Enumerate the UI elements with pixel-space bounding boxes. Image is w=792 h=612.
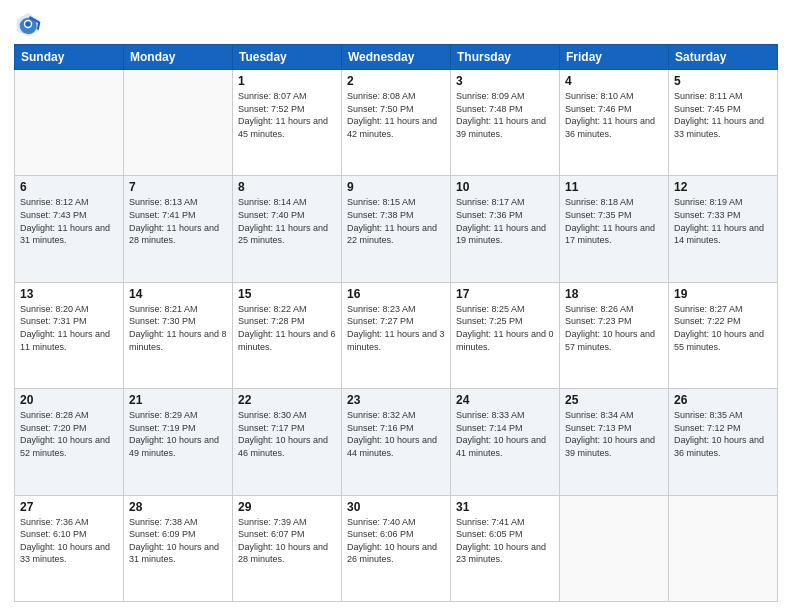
calendar-cell: 26Sunrise: 8:35 AM Sunset: 7:12 PM Dayli… — [669, 389, 778, 495]
day-number: 15 — [238, 287, 336, 301]
calendar-cell: 25Sunrise: 8:34 AM Sunset: 7:13 PM Dayli… — [560, 389, 669, 495]
day-number: 23 — [347, 393, 445, 407]
day-number: 9 — [347, 180, 445, 194]
weekday-header: Sunday — [15, 45, 124, 70]
calendar-cell: 6Sunrise: 8:12 AM Sunset: 7:43 PM Daylig… — [15, 176, 124, 282]
weekday-header-row: SundayMondayTuesdayWednesdayThursdayFrid… — [15, 45, 778, 70]
day-info: Sunrise: 8:13 AM Sunset: 7:41 PM Dayligh… — [129, 196, 227, 246]
day-info: Sunrise: 7:41 AM Sunset: 6:05 PM Dayligh… — [456, 516, 554, 566]
calendar-cell: 12Sunrise: 8:19 AM Sunset: 7:33 PM Dayli… — [669, 176, 778, 282]
calendar-cell: 1Sunrise: 8:07 AM Sunset: 7:52 PM Daylig… — [233, 70, 342, 176]
calendar-cell — [560, 495, 669, 601]
day-info: Sunrise: 8:32 AM Sunset: 7:16 PM Dayligh… — [347, 409, 445, 459]
day-info: Sunrise: 8:22 AM Sunset: 7:28 PM Dayligh… — [238, 303, 336, 353]
calendar-cell: 21Sunrise: 8:29 AM Sunset: 7:19 PM Dayli… — [124, 389, 233, 495]
day-number: 25 — [565, 393, 663, 407]
day-info: Sunrise: 8:28 AM Sunset: 7:20 PM Dayligh… — [20, 409, 118, 459]
day-number: 31 — [456, 500, 554, 514]
day-number: 8 — [238, 180, 336, 194]
day-info: Sunrise: 8:19 AM Sunset: 7:33 PM Dayligh… — [674, 196, 772, 246]
calendar-cell: 20Sunrise: 8:28 AM Sunset: 7:20 PM Dayli… — [15, 389, 124, 495]
day-number: 21 — [129, 393, 227, 407]
weekday-header: Friday — [560, 45, 669, 70]
day-number: 17 — [456, 287, 554, 301]
weekday-header: Tuesday — [233, 45, 342, 70]
day-number: 11 — [565, 180, 663, 194]
day-info: Sunrise: 8:07 AM Sunset: 7:52 PM Dayligh… — [238, 90, 336, 140]
calendar-week-row: 1Sunrise: 8:07 AM Sunset: 7:52 PM Daylig… — [15, 70, 778, 176]
day-info: Sunrise: 7:40 AM Sunset: 6:06 PM Dayligh… — [347, 516, 445, 566]
calendar-week-row: 6Sunrise: 8:12 AM Sunset: 7:43 PM Daylig… — [15, 176, 778, 282]
day-number: 16 — [347, 287, 445, 301]
calendar-cell: 15Sunrise: 8:22 AM Sunset: 7:28 PM Dayli… — [233, 282, 342, 388]
calendar-cell — [15, 70, 124, 176]
day-number: 4 — [565, 74, 663, 88]
day-info: Sunrise: 8:34 AM Sunset: 7:13 PM Dayligh… — [565, 409, 663, 459]
day-info: Sunrise: 8:10 AM Sunset: 7:46 PM Dayligh… — [565, 90, 663, 140]
calendar-cell: 3Sunrise: 8:09 AM Sunset: 7:48 PM Daylig… — [451, 70, 560, 176]
page: SundayMondayTuesdayWednesdayThursdayFrid… — [0, 0, 792, 612]
day-number: 27 — [20, 500, 118, 514]
calendar-week-row: 27Sunrise: 7:36 AM Sunset: 6:10 PM Dayli… — [15, 495, 778, 601]
day-info: Sunrise: 8:17 AM Sunset: 7:36 PM Dayligh… — [456, 196, 554, 246]
calendar-cell: 10Sunrise: 8:17 AM Sunset: 7:36 PM Dayli… — [451, 176, 560, 282]
day-info: Sunrise: 7:36 AM Sunset: 6:10 PM Dayligh… — [20, 516, 118, 566]
calendar-cell: 5Sunrise: 8:11 AM Sunset: 7:45 PM Daylig… — [669, 70, 778, 176]
calendar-cell: 27Sunrise: 7:36 AM Sunset: 6:10 PM Dayli… — [15, 495, 124, 601]
day-number: 19 — [674, 287, 772, 301]
weekday-header: Wednesday — [342, 45, 451, 70]
calendar-cell: 9Sunrise: 8:15 AM Sunset: 7:38 PM Daylig… — [342, 176, 451, 282]
day-info: Sunrise: 8:33 AM Sunset: 7:14 PM Dayligh… — [456, 409, 554, 459]
day-number: 18 — [565, 287, 663, 301]
logo-area — [14, 10, 44, 38]
day-info: Sunrise: 8:23 AM Sunset: 7:27 PM Dayligh… — [347, 303, 445, 353]
day-number: 2 — [347, 74, 445, 88]
generalblue-logo-icon — [14, 10, 42, 38]
day-info: Sunrise: 8:27 AM Sunset: 7:22 PM Dayligh… — [674, 303, 772, 353]
calendar-cell: 31Sunrise: 7:41 AM Sunset: 6:05 PM Dayli… — [451, 495, 560, 601]
day-info: Sunrise: 8:35 AM Sunset: 7:12 PM Dayligh… — [674, 409, 772, 459]
day-number: 10 — [456, 180, 554, 194]
day-info: Sunrise: 7:38 AM Sunset: 6:09 PM Dayligh… — [129, 516, 227, 566]
calendar-cell: 7Sunrise: 8:13 AM Sunset: 7:41 PM Daylig… — [124, 176, 233, 282]
calendar-cell — [124, 70, 233, 176]
calendar-cell: 13Sunrise: 8:20 AM Sunset: 7:31 PM Dayli… — [15, 282, 124, 388]
day-info: Sunrise: 8:25 AM Sunset: 7:25 PM Dayligh… — [456, 303, 554, 353]
calendar-cell: 19Sunrise: 8:27 AM Sunset: 7:22 PM Dayli… — [669, 282, 778, 388]
day-number: 20 — [20, 393, 118, 407]
calendar-cell: 14Sunrise: 8:21 AM Sunset: 7:30 PM Dayli… — [124, 282, 233, 388]
calendar-cell: 4Sunrise: 8:10 AM Sunset: 7:46 PM Daylig… — [560, 70, 669, 176]
day-info: Sunrise: 8:15 AM Sunset: 7:38 PM Dayligh… — [347, 196, 445, 246]
day-info: Sunrise: 8:12 AM Sunset: 7:43 PM Dayligh… — [20, 196, 118, 246]
header — [14, 10, 778, 38]
day-info: Sunrise: 7:39 AM Sunset: 6:07 PM Dayligh… — [238, 516, 336, 566]
weekday-header: Saturday — [669, 45, 778, 70]
calendar-cell: 24Sunrise: 8:33 AM Sunset: 7:14 PM Dayli… — [451, 389, 560, 495]
day-number: 29 — [238, 500, 336, 514]
calendar-cell: 16Sunrise: 8:23 AM Sunset: 7:27 PM Dayli… — [342, 282, 451, 388]
calendar-cell: 11Sunrise: 8:18 AM Sunset: 7:35 PM Dayli… — [560, 176, 669, 282]
weekday-header: Monday — [124, 45, 233, 70]
day-info: Sunrise: 8:14 AM Sunset: 7:40 PM Dayligh… — [238, 196, 336, 246]
day-number: 3 — [456, 74, 554, 88]
day-number: 28 — [129, 500, 227, 514]
calendar-cell: 18Sunrise: 8:26 AM Sunset: 7:23 PM Dayli… — [560, 282, 669, 388]
calendar-cell: 2Sunrise: 8:08 AM Sunset: 7:50 PM Daylig… — [342, 70, 451, 176]
calendar-cell: 28Sunrise: 7:38 AM Sunset: 6:09 PM Dayli… — [124, 495, 233, 601]
calendar-cell: 23Sunrise: 8:32 AM Sunset: 7:16 PM Dayli… — [342, 389, 451, 495]
calendar-cell — [669, 495, 778, 601]
svg-point-3 — [25, 21, 31, 27]
day-info: Sunrise: 8:29 AM Sunset: 7:19 PM Dayligh… — [129, 409, 227, 459]
day-number: 12 — [674, 180, 772, 194]
day-number: 7 — [129, 180, 227, 194]
day-info: Sunrise: 8:09 AM Sunset: 7:48 PM Dayligh… — [456, 90, 554, 140]
day-info: Sunrise: 8:21 AM Sunset: 7:30 PM Dayligh… — [129, 303, 227, 353]
calendar-table: SundayMondayTuesdayWednesdayThursdayFrid… — [14, 44, 778, 602]
day-number: 5 — [674, 74, 772, 88]
weekday-header: Thursday — [451, 45, 560, 70]
day-info: Sunrise: 8:18 AM Sunset: 7:35 PM Dayligh… — [565, 196, 663, 246]
day-info: Sunrise: 8:08 AM Sunset: 7:50 PM Dayligh… — [347, 90, 445, 140]
calendar-cell: 17Sunrise: 8:25 AM Sunset: 7:25 PM Dayli… — [451, 282, 560, 388]
day-number: 24 — [456, 393, 554, 407]
day-number: 1 — [238, 74, 336, 88]
